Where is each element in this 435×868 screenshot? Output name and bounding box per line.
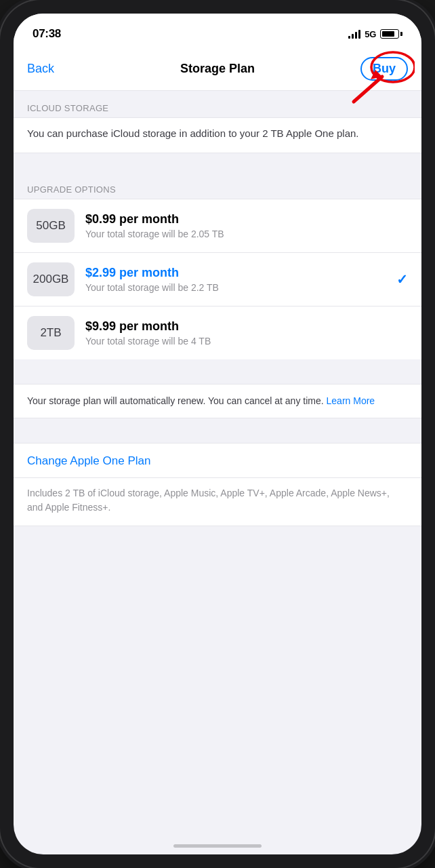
learn-more-link[interactable]: Learn More bbox=[327, 395, 375, 406]
footer-note: Your storage plan will automatically ren… bbox=[14, 384, 421, 418]
storage-info-200gb: $2.99 per month Your total storage will … bbox=[85, 266, 396, 293]
battery-icon bbox=[380, 29, 402, 39]
signal-bars-icon bbox=[348, 29, 360, 39]
storage-badge-200gb: 200GB bbox=[27, 262, 75, 296]
storage-option-2tb[interactable]: 2TB $9.99 per month Your total storage w… bbox=[14, 307, 421, 359]
status-icons: 5G bbox=[348, 29, 402, 39]
phone-frame: 07:38 5G Bac bbox=[0, 0, 435, 868]
storage-badge-2tb: 2TB bbox=[27, 316, 75, 350]
icloud-section-header: ICLOUD STORAGE bbox=[14, 91, 421, 117]
apple-one-description: Includes 2 TB of iCloud storage, Apple M… bbox=[14, 478, 421, 526]
storage-badge-50gb: 50GB bbox=[27, 209, 75, 243]
storage-options-list: 50GB $0.99 per month Your total storage … bbox=[14, 199, 421, 359]
back-button[interactable]: Back bbox=[27, 62, 54, 76]
buy-button[interactable]: Buy bbox=[360, 57, 408, 81]
storage-price-50gb: $0.99 per month bbox=[85, 212, 408, 226]
status-bar: 07:38 5G bbox=[14, 14, 421, 50]
upgrade-section-header: UPGRADE OPTIONS bbox=[14, 178, 421, 199]
storage-price-2tb: $9.99 per month bbox=[85, 319, 408, 334]
storage-option-50gb[interactable]: 50GB $0.99 per month Your total storage … bbox=[14, 199, 421, 253]
network-type-label: 5G bbox=[365, 29, 376, 39]
apple-one-section: Change Apple One Plan Includes 2 TB of i… bbox=[14, 443, 421, 526]
content-area: ICLOUD STORAGE You can purchase iCloud s… bbox=[14, 91, 421, 526]
footer-note-text: Your storage plan will automatically ren… bbox=[27, 395, 324, 406]
nav-bar: Back Storage Plan Buy bbox=[14, 50, 421, 91]
storage-option-200gb[interactable]: 200GB $2.99 per month Your total storage… bbox=[14, 253, 421, 307]
section-divider-1 bbox=[14, 153, 421, 178]
storage-subtitle-200gb: Your total storage will be 2.2 TB bbox=[85, 282, 396, 293]
screen: 07:38 5G Bac bbox=[14, 14, 421, 854]
storage-info-2tb: $9.99 per month Your total storage will … bbox=[85, 319, 408, 347]
storage-subtitle-2tb: Your total storage will be 4 TB bbox=[85, 336, 408, 347]
storage-subtitle-50gb: Your total storage will be 2.05 TB bbox=[85, 229, 408, 239]
status-time: 07:38 bbox=[33, 27, 61, 41]
icloud-section-description: You can purchase iCloud storage in addit… bbox=[14, 117, 421, 153]
home-indicator bbox=[173, 844, 262, 848]
page-title: Storage Plan bbox=[180, 62, 255, 76]
checkmark-icon: ✓ bbox=[396, 271, 408, 288]
change-apple-one-link[interactable]: Change Apple One Plan bbox=[14, 443, 421, 478]
storage-price-200gb: $2.99 per month bbox=[85, 266, 396, 280]
storage-info-50gb: $0.99 per month Your total storage will … bbox=[85, 212, 408, 239]
